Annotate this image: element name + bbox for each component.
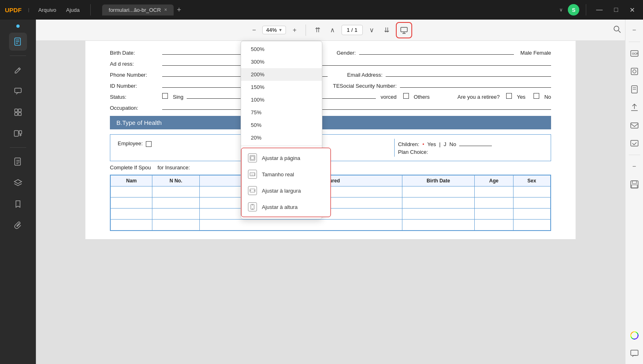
occupation-label: Occupation: <box>110 105 159 111</box>
sidebar-icon-comment[interactable] <box>9 82 27 100</box>
id-social-row: ID Number: TESocial Security Number: <box>110 82 551 89</box>
svg-point-40 <box>633 70 636 73</box>
right-icon-ocr[interactable]: OCR <box>627 46 642 61</box>
zoom-control[interactable]: 44% ▼ <box>262 26 286 34</box>
search-button[interactable] <box>613 25 622 35</box>
zoom-option-200[interactable]: 200% <box>241 68 322 81</box>
retiree-no-checkbox[interactable] <box>534 93 539 99</box>
sidebar-icon-attach[interactable] <box>9 216 27 234</box>
status-single-checkbox[interactable] <box>162 93 168 99</box>
titlebar: UPDF | Arquivo Ajuda formulari...ão-br_O… <box>0 0 643 20</box>
right-icon-top[interactable]: − <box>627 23 642 38</box>
sidebar-icon-doc[interactable] <box>9 33 27 51</box>
social-label: TESocial Security Number: <box>333 83 397 89</box>
status-others-text: Others <box>414 94 430 100</box>
right-icon-check[interactable] <box>627 136 642 151</box>
sidebar-icon-extract[interactable] <box>9 153 27 171</box>
zoom-option-50[interactable]: 50% <box>241 119 322 131</box>
svg-rect-47 <box>631 181 638 188</box>
add-tab-button[interactable]: + <box>177 6 181 14</box>
svg-rect-49 <box>632 185 637 188</box>
tab-bar: formulari...ão-br_OCR × + <box>102 4 556 16</box>
right-icon-minus[interactable]: − <box>627 159 642 174</box>
right-icon-mail[interactable] <box>627 118 642 133</box>
gender-line <box>359 49 514 55</box>
zoom-out-button[interactable]: − <box>249 25 259 36</box>
right-icon-upload[interactable] <box>627 100 642 115</box>
user-avatar[interactable]: S <box>568 4 579 16</box>
th-age: Age <box>475 175 514 186</box>
nav-prev-button[interactable]: ∧ <box>327 24 338 36</box>
page-total: 1 <box>355 27 357 33</box>
zoom-separator <box>241 146 322 146</box>
fit-real-icon: 1:1 <box>248 170 257 179</box>
fit-height-option[interactable]: Ajustar à altura <box>241 199 330 215</box>
zoom-option-100[interactable]: 100% <box>241 93 322 106</box>
fit-page-option[interactable]: Ajustar à página <box>241 150 330 166</box>
nav-first-button[interactable]: ⇈ <box>312 24 324 36</box>
employee-checkbox[interactable] <box>146 141 152 147</box>
zoom-in-button[interactable]: + <box>289 25 299 36</box>
menu-arquivo[interactable]: Arquivo <box>34 5 60 15</box>
status-divorced-text: vorced <box>381 94 397 100</box>
close-button[interactable]: ✕ <box>626 4 638 16</box>
right-icon-scan[interactable] <box>627 64 642 79</box>
fit-real-label: Tamanho real <box>262 171 294 178</box>
minimize-button[interactable]: — <box>593 4 606 15</box>
svg-rect-6 <box>15 109 18 112</box>
sidebar-icon-convert[interactable] <box>9 124 27 142</box>
maximize-button[interactable]: □ <box>611 4 621 15</box>
employee-label: Employee: <box>118 140 143 146</box>
zoom-option-300[interactable]: 300% <box>241 55 322 68</box>
fit-width-option[interactable]: Ajustar à largura <box>241 182 330 199</box>
sidebar-icon-bookmark[interactable] <box>9 195 27 213</box>
toolbar: − 44% ▼ + ⇈ ∧ 1 / 1 ∨ ⇊ 50 <box>36 20 625 41</box>
retiree-yes-checkbox[interactable] <box>506 93 512 99</box>
occupation-row: Occupation: <box>110 104 551 111</box>
right-icon-chat[interactable] <box>627 346 642 361</box>
menu-ajuda[interactable]: Ajuda <box>62 5 84 15</box>
svg-rect-45 <box>631 123 638 128</box>
present-button[interactable] <box>396 22 412 38</box>
sidebar-separator <box>10 55 26 56</box>
address-row: Ad d ress: <box>110 60 551 67</box>
retiree-label: Are you a retiree? <box>458 94 500 100</box>
tab-title: formulari...ão-br_OCR <box>109 7 161 13</box>
zoom-option-20[interactable]: 20% <box>241 131 322 144</box>
left-sidebar <box>0 20 36 364</box>
right-separator <box>629 42 640 42</box>
right-sidebar: − OCR − <box>625 20 643 364</box>
dropdown-chevron-icon[interactable]: ∨ <box>559 7 563 13</box>
sidebar-icon-edit[interactable] <box>9 61 27 79</box>
fit-real-option[interactable]: 1:1 Tamanho real <box>241 166 330 182</box>
right-icon-rainbow[interactable] <box>627 328 642 343</box>
nav-last-button[interactable]: ⇊ <box>381 24 393 36</box>
phone-email-row: Phone Number: Email Address: <box>110 71 551 78</box>
zoom-option-500[interactable]: 500% <box>241 43 322 55</box>
nav-next-button[interactable]: ∨ <box>366 24 377 36</box>
sidebar-icon-organize[interactable] <box>9 103 27 121</box>
status-label: Status: <box>110 94 159 100</box>
social-line <box>400 82 551 88</box>
zoom-dropdown-menu: 500% 300% 200% 150% 100% 75% 50% 20% Aju… <box>241 41 322 219</box>
page-separator: / <box>351 27 353 33</box>
fit-page-label: Ajustar à página <box>262 155 300 161</box>
right-icon-document[interactable] <box>627 82 642 97</box>
status-others-checkbox[interactable] <box>403 93 409 99</box>
complete-label: Complete If Spou <box>110 164 151 171</box>
table-row <box>111 220 551 231</box>
sidebar-icon-layers[interactable] <box>9 174 27 192</box>
svg-text:OCR: OCR <box>632 52 639 55</box>
insurance-label: for Insurance: <box>157 164 190 171</box>
fit-height-label: Ajustar à altura <box>262 204 297 210</box>
active-tab[interactable]: formulari...ão-br_OCR × <box>102 4 174 16</box>
fit-submenu: Ajustar à página 1:1 Tamanho real Ajusta… <box>241 148 331 217</box>
tab-close-button[interactable]: × <box>164 7 167 13</box>
zoom-value-display: 44% <box>266 27 277 33</box>
retiree-no-text: No <box>544 94 551 100</box>
zoom-option-75[interactable]: 75% <box>241 106 322 119</box>
zoom-option-150[interactable]: 150% <box>241 81 322 93</box>
right-icon-save[interactable] <box>627 177 642 192</box>
th-birthdate: Birth Date <box>402 175 474 186</box>
th-name: Nam <box>111 175 152 186</box>
